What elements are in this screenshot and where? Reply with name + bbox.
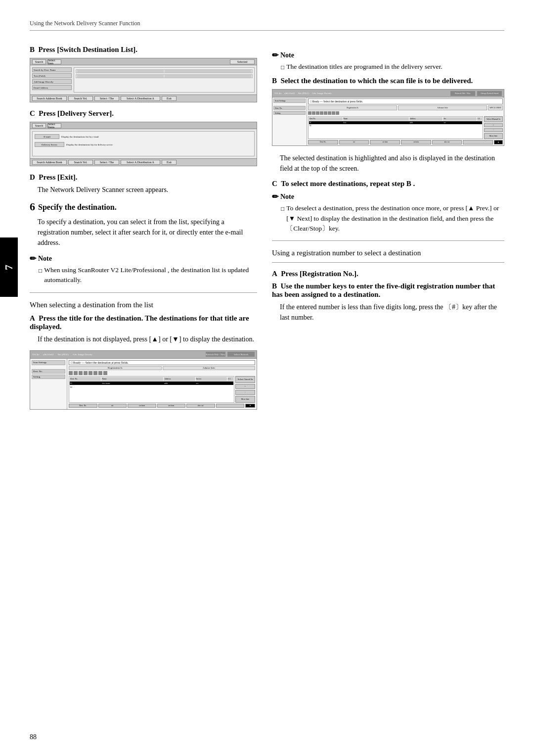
right-column: ✏ Note The destination titles are progra… <box>272 46 504 417</box>
page-header: Using the Network Delivery Scanner Funct… <box>30 20 504 31</box>
screenshot-switch-dest: Search Select Item Selected Search by De… <box>30 58 257 102</box>
step-d-letter: D <box>30 173 35 181</box>
step-c2-label: To select more destinations, repeat step… <box>281 180 415 188</box>
step-b-letter: B <box>30 46 35 53</box>
step-a3-label: Press [Registration No.]. <box>281 270 358 278</box>
step-b2-body: The selected destination is highlighted … <box>280 153 504 174</box>
note-2-item-1: To deselect a destination, press the des… <box>281 203 504 234</box>
step-b2-header: B Select the destination to which the sc… <box>272 77 504 85</box>
step-a2-letter: A <box>30 314 35 322</box>
step-6-label: Specify the destination. <box>38 201 117 212</box>
note-pencil-icon-2: ✏ <box>272 192 278 201</box>
step-d-header: D Press [Exit]. <box>30 173 257 182</box>
step-b2-letter: B <box>272 77 277 85</box>
note-pencil-icon-right: ✏ <box>272 50 278 60</box>
divider-2 <box>272 240 504 241</box>
step-c-letter: C <box>30 109 35 117</box>
step-b3-body: If the entered number is less than five … <box>280 302 504 323</box>
step-6-container: 6 Specify the destination. <box>30 201 257 213</box>
note-top-right-title: ✏ Note <box>272 50 504 60</box>
screenshot-delivery-server: Search Select Items E-mail Display the d… <box>30 122 257 166</box>
side-tab: 7 <box>0 237 18 297</box>
note-2-title: ✏ Note <box>272 192 504 201</box>
step-c-label: Press [Delivery Server]. <box>39 109 114 117</box>
step-b3-label: Use the number keys to enter the five-di… <box>272 282 495 298</box>
sub-heading-1: When selecting a destination from the li… <box>30 300 257 310</box>
side-tab-number: 7 <box>2 265 15 270</box>
step-a2-header: A Press the title for the destination. T… <box>30 314 257 331</box>
screenshot-ready-left: 316 4tr alik:01a01 Net (FILE) Adv. Image… <box>30 350 257 410</box>
step-a2-label: Press the title for the destination. The… <box>30 314 249 331</box>
page-number: 88 <box>30 733 37 741</box>
note-pencil-icon: ✏ <box>30 254 36 263</box>
note-1-item-1: When using ScanRouter V2 Lite/Profession… <box>39 265 257 285</box>
header-text: Using the Network Delivery Scanner Funct… <box>30 20 140 27</box>
step-c2-letter: C <box>272 180 277 188</box>
step-c2-header: C To select more destinations, repeat st… <box>272 180 504 188</box>
step-d-body: The Network Delivery Scanner screen appe… <box>38 185 257 195</box>
note-block-1: ✏ Note When using ScanRouter V2 Lite/Pro… <box>30 254 257 285</box>
step-c-header: C Press [Delivery Server]. <box>30 109 257 118</box>
step-6-number: 6 <box>30 201 35 213</box>
divider-3 <box>272 262 504 263</box>
note-1-title: ✏ Note <box>30 254 257 263</box>
step-a2-body: If the destination is not displayed, pre… <box>38 334 257 344</box>
step-6-body: To specify a destination, you can select… <box>38 217 257 248</box>
step-b2-label: Select the destination to which the scan… <box>281 77 473 85</box>
two-col-layout: B Press [Switch Destination List]. Searc… <box>30 46 504 417</box>
screenshot-ready-right: 316 4tr alik:01a01 Net (FILE) Adv. Image… <box>272 89 504 146</box>
divider-1 <box>30 292 257 293</box>
step-b3-letter: B <box>272 282 277 290</box>
sub-heading-2: Using a registration number to select a … <box>272 248 504 258</box>
note-block-2: ✏ Note To deselect a destination, press … <box>272 192 504 234</box>
step-a3-header: A Press [Registration No.]. <box>272 270 504 278</box>
note-top-right: ✏ Note The destination titles are progra… <box>272 50 504 72</box>
note-top-right-item: The destination titles are programed in … <box>281 62 504 72</box>
step-a3-letter: A <box>272 270 277 278</box>
step-b3-header: B Use the number keys to enter the five-… <box>272 282 504 299</box>
step-b-header: B Press [Switch Destination List]. <box>30 46 257 54</box>
left-column: B Press [Switch Destination List]. Searc… <box>30 46 257 417</box>
step-b-label: Press [Switch Destination List]. <box>39 46 138 53</box>
step-d-label: Press [Exit]. <box>39 173 77 181</box>
page-container: 7 Using the Network Delivery Scanner Fun… <box>0 0 534 756</box>
